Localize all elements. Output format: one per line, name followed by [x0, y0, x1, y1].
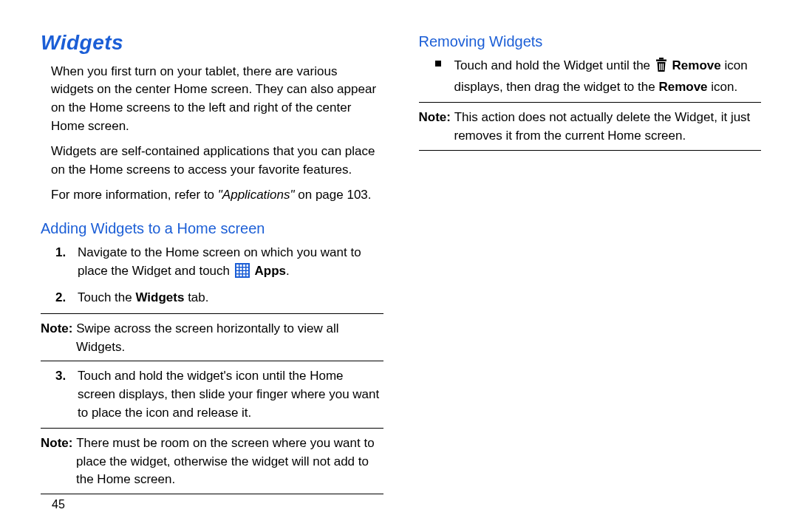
svg-rect-7: [243, 267, 245, 270]
step-1-text-c: .: [286, 264, 290, 278]
step-2-text-a: Touch the: [78, 290, 135, 304]
note-not-delete-body: This action does not actually delete the…: [454, 110, 751, 143]
svg-rect-5: [236, 267, 239, 270]
svg-rect-18: [656, 60, 666, 62]
page-number: 45: [52, 496, 65, 513]
step-3-number: 3.: [55, 367, 66, 386]
removing-bullet-item: Touch and hold the Widget until the Remo…: [454, 57, 762, 96]
right-column: Removing Widgets Touch and hold the Widg…: [419, 28, 762, 517]
step-2-widgets-label: Widgets: [135, 290, 184, 304]
svg-rect-11: [243, 271, 245, 273]
bullet-text-a: Touch and hold the Widget until the: [454, 58, 654, 72]
svg-rect-9: [236, 271, 239, 273]
ref-suffix: on page 103.: [295, 188, 372, 202]
ref-prefix: For more information, refer to: [51, 188, 218, 202]
divider: [41, 494, 383, 494]
svg-rect-3: [243, 265, 245, 267]
note-room: Note: There must be room on the screen w…: [41, 434, 383, 489]
intro-paragraph-2: Widgets are self-contained applications …: [51, 143, 383, 179]
steps-list-adding-cont: 3. Touch and hold the widget's icon unti…: [41, 367, 383, 422]
subheading-removing-widgets: Removing Widgets: [419, 31, 762, 52]
step-3: 3. Touch and hold the widget's icon unti…: [78, 367, 383, 422]
svg-rect-13: [236, 274, 239, 276]
removing-bullet-list: Touch and hold the Widget until the Remo…: [419, 57, 762, 96]
step-2-text-c: tab.: [184, 290, 208, 304]
section-title-widgets: Widgets: [41, 28, 383, 58]
svg-rect-8: [246, 267, 248, 270]
divider: [419, 102, 762, 103]
svg-rect-14: [239, 274, 242, 276]
svg-rect-20: [661, 64, 661, 70]
svg-rect-15: [243, 274, 245, 276]
left-column: Widgets When you first turn on your tabl…: [41, 28, 383, 517]
intro-paragraph-1: When you first turn on your tablet, ther…: [51, 63, 383, 136]
note-label: Note:: [419, 110, 454, 124]
bullet-text-e: icon.: [708, 80, 738, 94]
divider: [41, 313, 383, 314]
svg-rect-2: [239, 265, 242, 267]
svg-rect-1: [236, 265, 239, 267]
divider: [41, 361, 383, 361]
svg-rect-6: [239, 267, 242, 270]
divider: [41, 428, 383, 429]
svg-rect-12: [246, 271, 248, 273]
steps-list-adding: 1. Navigate to the Home screen on which …: [41, 244, 383, 307]
svg-rect-19: [659, 64, 660, 70]
svg-rect-21: [663, 64, 664, 70]
svg-rect-10: [239, 271, 242, 273]
bullet-remove-label-2: Remove: [658, 80, 707, 94]
apps-grid-icon: [235, 263, 250, 284]
svg-rect-16: [246, 274, 248, 276]
step-1-number: 1.: [55, 244, 66, 262]
ref-link-applications: "Applications": [218, 188, 295, 202]
step-1-text-a: Navigate to the Home screen on which you…: [78, 245, 361, 278]
subheading-adding-widgets: Adding Widgets to a Home screen: [41, 218, 383, 239]
note-swipe-body: Swipe across the screen horizontally to …: [76, 321, 338, 354]
svg-rect-4: [246, 265, 248, 267]
step-1: 1. Navigate to the Home screen on which …: [78, 244, 383, 283]
note-not-delete: Note: This action does not actually dele…: [419, 109, 762, 145]
note-swipe: Note: Swipe across the screen horizontal…: [41, 320, 383, 356]
svg-rect-17: [659, 58, 664, 60]
step-3-text: Touch and hold the widget's icon until t…: [78, 369, 379, 419]
step-2: 2. Touch the Widgets tab.: [78, 289, 383, 307]
step-1-apps-label: Apps: [254, 264, 286, 278]
step-2-number: 2.: [55, 289, 66, 307]
note-label: Note:: [41, 321, 76, 335]
cross-reference: For more information, refer to "Applicat…: [51, 186, 383, 205]
divider: [419, 150, 762, 151]
note-room-body: There must be room on the screen where y…: [76, 436, 375, 486]
bullet-remove-label-1: Remove: [672, 58, 721, 72]
trash-icon: [655, 58, 667, 78]
intro-block: When you first turn on your tablet, ther…: [41, 63, 383, 205]
note-label: Note:: [41, 436, 76, 450]
square-bullet-icon: [435, 61, 441, 66]
